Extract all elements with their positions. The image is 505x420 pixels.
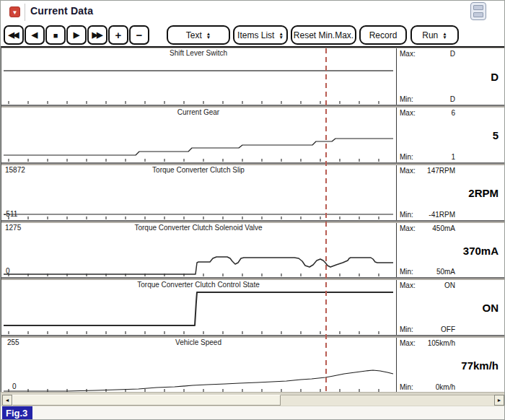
charts-area: Shift Lever Switch Max:D D Min:D Current… xyxy=(1,46,505,392)
panel-divider xyxy=(1,277,505,279)
max-readout: Max:D xyxy=(400,50,455,58)
max-readout: Max:147RPM xyxy=(400,167,455,175)
titlebar-separator xyxy=(25,4,25,21)
panel-divider xyxy=(1,335,505,336)
reset-minmax-label: Reset Min.Max. xyxy=(294,30,354,40)
down-triangle-icon: ▼ xyxy=(12,9,18,16)
y-axis-top-label: 1275 xyxy=(5,224,21,232)
scroll-right-button[interactable]: ► xyxy=(494,395,504,406)
current-value: ON xyxy=(483,302,499,314)
rewind-button[interactable]: ◀◀ xyxy=(4,25,24,45)
stop-button[interactable]: ■ xyxy=(45,25,66,45)
min-readout: Min:OFF xyxy=(400,325,455,333)
minus-icon: − xyxy=(136,29,143,41)
panel-title: Vehicle Speed xyxy=(1,338,395,346)
y-axis-top-label: 255 xyxy=(7,338,19,346)
titlebar-menu-icon[interactable]: ▼ xyxy=(9,6,20,17)
y-axis-bottom-label: 0 xyxy=(6,267,10,275)
record-button[interactable]: Record xyxy=(359,25,407,45)
play-button[interactable]: ▶ xyxy=(66,25,87,45)
playback-cursor-line[interactable] xyxy=(325,48,327,393)
plus-icon: + xyxy=(115,29,122,41)
scrollbar-thumb[interactable] xyxy=(12,395,281,406)
run-label: Run xyxy=(422,30,438,40)
left-arrow-icon: ◄ xyxy=(5,398,10,403)
chart-panel-tcc-control-state: Torque Converter Clutch Control State Ma… xyxy=(1,280,505,335)
y-axis-bottom-label: 0 xyxy=(12,382,17,390)
updown-arrows-icon: ▲▼ xyxy=(206,32,211,39)
max-readout: Max:ON xyxy=(400,281,455,289)
scroll-left-button[interactable]: ◄ xyxy=(2,395,12,406)
display-mode-select[interactable]: Text ▲▼ xyxy=(167,25,230,45)
value-panel: Max:450mA 370mA Min:50mA xyxy=(397,223,505,277)
chart-panel-shift-lever-switch: Shift Lever Switch Max:D D Min:D xyxy=(1,48,505,105)
record-label: Record xyxy=(369,30,398,40)
panel-title: Torque Converter Clutch Solenoid Valve xyxy=(1,224,395,232)
value-panel: Max:6 5 Min:1 xyxy=(397,108,505,162)
chart-panel-vehicle-speed: Vehicle Speed 255 0 Max:105km/h 77km/h M… xyxy=(1,338,505,393)
panels-icon-bar xyxy=(473,12,483,17)
min-readout: Min:D xyxy=(400,95,455,103)
zoom-in-button[interactable]: + xyxy=(108,25,128,45)
panel-title: Torque Converter Clutch Control State xyxy=(1,281,395,289)
window-panels-icon[interactable] xyxy=(470,2,486,20)
min-readout: Min:0km/h xyxy=(400,383,455,391)
panel-divider xyxy=(1,162,505,164)
panel-title: Torque Converter Clutch Slip xyxy=(1,166,395,174)
fast-forward-button[interactable]: ▶▶ xyxy=(87,25,107,45)
current-data-window: ▼ Current Data ◀◀ ◀ ■ ▶ ▶▶ + − Text ▲▼ I… xyxy=(0,0,505,420)
updown-arrows-icon: ▲▼ xyxy=(278,32,283,39)
step-back-button[interactable]: ◀ xyxy=(25,25,45,45)
min-readout: Min:50mA xyxy=(400,268,455,276)
figure-badge: Fig.3 xyxy=(2,406,32,420)
panel-title: Shift Lever Switch xyxy=(1,49,395,57)
fast-forward-icon: ▶▶ xyxy=(92,30,103,40)
value-panel: Max:147RPM 2RPM Min:-41RPM xyxy=(397,165,505,220)
value-panel: Max:105km/h 77km/h Min:0km/h xyxy=(397,338,505,393)
current-value: 77km/h xyxy=(461,359,499,372)
footer: Fig.3 xyxy=(1,406,505,420)
min-readout: Min:1 xyxy=(400,153,455,161)
toolbar: ◀◀ ◀ ■ ▶ ▶▶ + − Text ▲▼ Items List ▲▼ Re… xyxy=(1,23,505,46)
chart-panel-current-gear: Current Gear Max:6 5 Min:1 xyxy=(1,108,505,162)
chart-panel-tcc-solenoid-valve: Torque Converter Clutch Solenoid Valve 1… xyxy=(1,223,505,277)
y-axis-top-label: 15872 xyxy=(5,166,25,174)
max-readout: Max:6 xyxy=(400,109,455,117)
scrollbar-strip: ◄ ► xyxy=(1,392,505,406)
min-readout: Min:-41RPM xyxy=(400,211,455,219)
window-title: Current Data xyxy=(30,5,93,17)
y-axis-bottom-label: -511 xyxy=(4,210,17,218)
current-value: D xyxy=(491,71,499,83)
rewind-icon: ◀◀ xyxy=(9,30,19,40)
current-value: 5 xyxy=(493,129,499,141)
max-readout: Max:450mA xyxy=(400,224,455,232)
value-panel: Max:ON ON Min:OFF xyxy=(397,280,505,335)
horizontal-scrollbar[interactable]: ◄ ► xyxy=(2,395,504,406)
panels-icon-bar xyxy=(473,5,483,10)
current-value: 2RPM xyxy=(468,187,499,199)
items-list-label: Items List xyxy=(237,30,274,40)
panel-divider xyxy=(1,105,505,106)
panel-divider xyxy=(1,220,505,222)
value-panel: Max:D D Min:D xyxy=(397,48,505,105)
run-select[interactable]: Run ▲▼ xyxy=(410,25,459,45)
chart-panel-tcc-slip: Torque Converter Clutch Slip 15872 -511 … xyxy=(1,165,505,220)
reset-minmax-button[interactable]: Reset Min.Max. xyxy=(291,25,356,45)
stop-icon: ■ xyxy=(53,31,58,40)
max-readout: Max:105km/h xyxy=(400,339,455,347)
right-arrow-icon: ► xyxy=(497,398,502,403)
play-icon: ▶ xyxy=(74,30,79,40)
panel-title: Current Gear xyxy=(1,108,395,116)
current-value: 370mA xyxy=(463,244,499,256)
step-back-icon: ◀ xyxy=(32,30,38,40)
items-list-select[interactable]: Items List ▲▼ xyxy=(233,25,288,45)
zoom-out-button[interactable]: − xyxy=(129,25,149,45)
updown-arrows-icon: ▲▼ xyxy=(442,32,447,39)
titlebar: ▼ Current Data xyxy=(1,1,505,23)
display-mode-label: Text xyxy=(186,30,202,40)
